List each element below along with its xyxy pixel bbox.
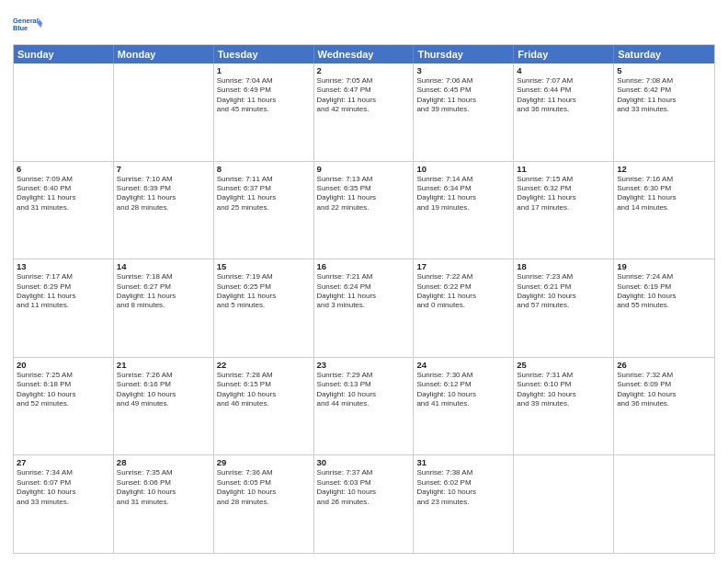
cell-info-line: Daylight: 11 hours [517, 96, 610, 105]
cell-info-line: and 36 minutes. [517, 105, 610, 114]
cell-info-line: Sunrise: 7:24 AM [617, 272, 711, 282]
cell-info-line: Daylight: 10 hours [217, 488, 311, 497]
cell-info-line: Daylight: 11 hours [317, 193, 411, 202]
cell-info-line: Sunset: 6:07 PM [17, 478, 110, 488]
day-cell-1: 1Sunrise: 7:04 AMSunset: 6:49 PMDaylight… [214, 63, 314, 161]
day-cell-26: 26Sunrise: 7:32 AMSunset: 6:09 PMDayligh… [614, 358, 714, 455]
page: GeneralBlue SundayMondayTuesdayWednesday… [0, 0, 728, 563]
cell-info-line: and 33 minutes. [17, 498, 110, 507]
cell-info-line: Sunset: 6:16 PM [117, 380, 210, 389]
cell-info-line: Daylight: 11 hours [17, 292, 110, 301]
day-number: 12 [617, 164, 711, 174]
day-cell-8: 8Sunrise: 7:11 AMSunset: 6:37 PMDaylight… [214, 162, 314, 259]
cell-info-line: and 36 minutes. [617, 399, 711, 408]
cell-info-line: Sunrise: 7:08 AM [617, 76, 711, 86]
cell-info-line: Sunrise: 7:38 AM [416, 468, 510, 477]
cell-info-line: Sunset: 6:49 PM [217, 86, 311, 95]
cell-info-line: Sunset: 6:35 PM [317, 184, 411, 193]
day-cell-13: 13Sunrise: 7:17 AMSunset: 6:29 PMDayligh… [14, 259, 114, 357]
day-cell-20: 20Sunrise: 7:25 AMSunset: 6:18 PMDayligh… [14, 358, 114, 455]
cell-info-line: and 0 minutes. [416, 301, 510, 310]
cell-info-line: Sunrise: 7:18 AM [117, 272, 210, 282]
day-number: 17 [416, 261, 510, 271]
cell-info-line: and 5 minutes. [217, 301, 311, 310]
cell-info-line: Sunset: 6:19 PM [617, 282, 711, 292]
cell-info-line: Sunrise: 7:13 AM [317, 175, 411, 184]
cell-info-line: Daylight: 10 hours [217, 390, 311, 399]
cell-info-line: Daylight: 11 hours [416, 193, 510, 202]
day-cell-29: 29Sunrise: 7:36 AMSunset: 6:05 PMDayligh… [214, 455, 314, 553]
cell-info-line: Sunset: 6:02 PM [416, 478, 510, 488]
cell-info-line: Sunrise: 7:04 AM [217, 76, 311, 86]
day-number: 9 [317, 164, 411, 174]
cell-info-line: Daylight: 11 hours [217, 193, 311, 202]
cell-info-line: Sunset: 6:32 PM [517, 184, 610, 193]
day-number: 3 [416, 65, 510, 75]
cell-info-line: Sunset: 6:45 PM [416, 86, 510, 95]
cell-info-line: Sunrise: 7:19 AM [217, 272, 311, 282]
cell-info-line: Sunrise: 7:37 AM [317, 468, 411, 477]
cell-info-line: and 41 minutes. [416, 399, 510, 408]
day-cell-18: 18Sunrise: 7:23 AMSunset: 6:21 PMDayligh… [514, 259, 614, 357]
day-cell-4: 4Sunrise: 7:07 AMSunset: 6:44 PMDaylight… [514, 63, 614, 161]
cell-info-line: Daylight: 10 hours [17, 390, 110, 399]
calendar-header: SundayMondayTuesdayWednesdayThursdayFrid… [14, 45, 714, 63]
cell-info-line: Sunset: 6:25 PM [217, 282, 311, 292]
calendar-row-2: 6Sunrise: 7:09 AMSunset: 6:40 PMDaylight… [14, 161, 714, 259]
weekday-header-sunday: Sunday [14, 45, 114, 63]
cell-info-line: Sunset: 6:18 PM [17, 380, 110, 389]
cell-info-line: Sunrise: 7:23 AM [517, 272, 610, 282]
logo: GeneralBlue [13, 9, 42, 39]
day-number: 11 [517, 164, 610, 174]
cell-info-line: Daylight: 10 hours [517, 390, 610, 399]
cell-info-line: and 46 minutes. [217, 399, 311, 408]
day-number: 28 [117, 457, 210, 467]
day-cell-12: 12Sunrise: 7:16 AMSunset: 6:30 PMDayligh… [614, 162, 714, 259]
cell-info-line: Sunrise: 7:09 AM [17, 175, 110, 184]
cell-info-line: and 11 minutes. [17, 301, 110, 310]
cell-info-line: Sunrise: 7:06 AM [416, 76, 510, 86]
day-cell-30: 30Sunrise: 7:37 AMSunset: 6:03 PMDayligh… [314, 455, 415, 553]
cell-info-line: and 39 minutes. [517, 399, 610, 408]
cell-info-line: Daylight: 10 hours [517, 292, 610, 301]
cell-info-line: and 25 minutes. [217, 203, 311, 213]
weekday-header-friday: Friday [514, 45, 614, 63]
calendar-row-3: 13Sunrise: 7:17 AMSunset: 6:29 PMDayligh… [14, 259, 714, 357]
cell-info-line: and 45 minutes. [217, 105, 311, 114]
day-cell-27: 27Sunrise: 7:34 AMSunset: 6:07 PMDayligh… [14, 455, 114, 553]
cell-info-line: Sunset: 6:12 PM [416, 380, 510, 389]
empty-cell [514, 455, 614, 553]
cell-info-line: Sunset: 6:06 PM [117, 478, 210, 488]
cell-info-line: Daylight: 11 hours [217, 96, 311, 105]
day-number: 25 [517, 360, 610, 370]
day-number: 5 [617, 65, 711, 75]
cell-info-line: Sunrise: 7:05 AM [317, 76, 411, 86]
day-number: 26 [617, 360, 711, 370]
cell-info-line: Sunrise: 7:29 AM [317, 371, 411, 380]
cell-info-line: Daylight: 11 hours [17, 193, 110, 202]
day-cell-25: 25Sunrise: 7:31 AMSunset: 6:10 PMDayligh… [514, 358, 614, 455]
cell-info-line: Sunset: 6:24 PM [317, 282, 411, 292]
day-number: 30 [317, 457, 411, 467]
day-cell-23: 23Sunrise: 7:29 AMSunset: 6:13 PMDayligh… [314, 358, 415, 455]
cell-info-line: Sunrise: 7:28 AM [217, 371, 311, 380]
day-number: 13 [17, 261, 110, 271]
cell-info-line: Sunset: 6:03 PM [317, 478, 411, 488]
cell-info-line: and 39 minutes. [416, 105, 510, 114]
cell-info-line: Daylight: 11 hours [317, 96, 411, 105]
day-number: 14 [117, 261, 210, 271]
cell-info-line: Daylight: 10 hours [416, 390, 510, 399]
cell-info-line: Daylight: 11 hours [317, 292, 411, 301]
empty-cell [614, 455, 714, 553]
cell-info-line: Sunrise: 7:21 AM [317, 272, 411, 282]
cell-info-line: and 26 minutes. [317, 498, 411, 507]
cell-info-line: and 44 minutes. [317, 399, 411, 408]
day-cell-11: 11Sunrise: 7:15 AMSunset: 6:32 PMDayligh… [514, 162, 614, 259]
empty-cell [114, 63, 214, 161]
cell-info-line: Daylight: 11 hours [117, 292, 210, 301]
day-cell-5: 5Sunrise: 7:08 AMSunset: 6:42 PMDaylight… [614, 63, 714, 161]
cell-info-line: Sunset: 6:15 PM [217, 380, 311, 389]
day-number: 22 [217, 360, 311, 370]
cell-info-line: Sunset: 6:29 PM [17, 282, 110, 292]
cell-info-line: and 14 minutes. [617, 203, 711, 213]
